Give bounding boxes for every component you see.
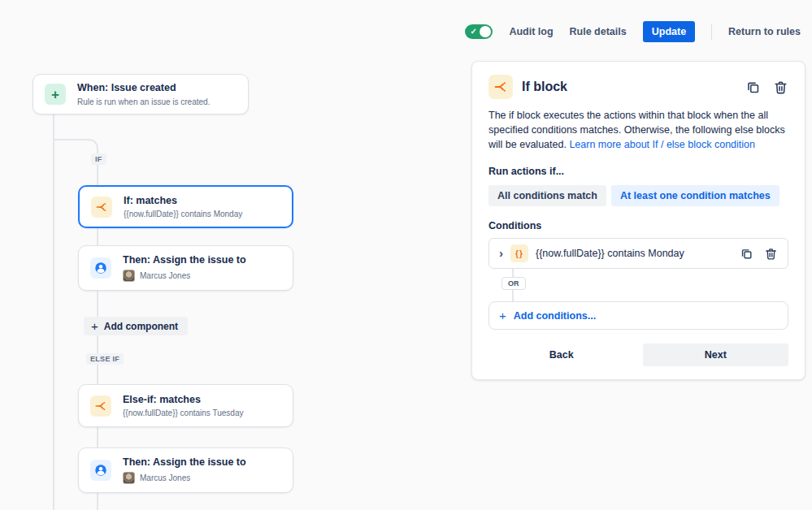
- branch-icon: [90, 395, 111, 417]
- add-conditions-button[interactable]: + Add conditions...: [489, 301, 788, 330]
- next-button[interactable]: Next: [643, 344, 789, 366]
- run-actions-label: Run actions if...: [489, 166, 788, 177]
- check-icon: ✓: [470, 27, 476, 37]
- toggle-knob: [480, 26, 491, 37]
- rule-enabled-toggle[interactable]: ✓: [465, 24, 493, 39]
- return-to-rules-button[interactable]: Return to rules: [728, 26, 801, 37]
- if-condition-card[interactable]: If: matches {{now.fullDate}} contains Mo…: [78, 185, 293, 228]
- all-conditions-match-option[interactable]: All conditions match: [489, 185, 606, 206]
- delete-condition-icon[interactable]: [764, 247, 778, 261]
- panel-description: The if block executes the actions within…: [489, 109, 788, 152]
- assignee-name: Marcus Jones: [140, 271, 190, 280]
- plus-icon: +: [499, 309, 506, 322]
- branch-icon: [91, 197, 112, 218]
- if-block-config-panel: If block The if block executes: [471, 61, 805, 380]
- assignee-icon: [90, 460, 111, 481]
- elseif-condition-card[interactable]: Else-if: matches {{now.fullDate}} contai…: [78, 384, 293, 427]
- if-card-subtitle: {{now.fullDate}} contains Monday: [124, 210, 242, 218]
- plus-icon: +: [91, 320, 98, 332]
- then-card-1-title: Then: Assign the issue to: [123, 254, 246, 267]
- branch-icon: [489, 75, 513, 99]
- then-action-card-2[interactable]: Then: Assign the issue to Marcus Jones: [78, 447, 293, 493]
- back-button[interactable]: Back: [489, 344, 635, 366]
- smart-value-icon: {}: [510, 244, 528, 262]
- chevron-right-icon[interactable]: ›: [499, 247, 503, 259]
- elseif-card-title: Else-if: matches: [123, 394, 243, 407]
- duplicate-block-icon[interactable]: [745, 80, 761, 95]
- add-component-label: Add component: [104, 321, 178, 332]
- avatar: [123, 472, 135, 484]
- match-mode-options: All conditions match At least one condit…: [489, 185, 788, 206]
- trigger-card-when-issue-created[interactable]: + When: Issue created Rule is run when a…: [33, 74, 249, 115]
- condition-or-connector: OR: [489, 269, 788, 301]
- condition-row[interactable]: › {} {{now.fullDate}} contains Monday: [489, 238, 788, 269]
- assignee-icon: [90, 257, 111, 279]
- then-action-card-1[interactable]: Then: Assign the issue to Marcus Jones: [78, 245, 293, 291]
- learn-more-link[interactable]: Learn more about If / else block conditi…: [569, 139, 755, 150]
- rule-details-button[interactable]: Rule details: [570, 26, 627, 37]
- any-condition-matches-option[interactable]: At least one condition matches: [611, 185, 779, 206]
- if-card-title: If: matches: [124, 195, 242, 208]
- automation-rule-builder: ✓ Audit log Rule details Update Return t…: [0, 0, 812, 510]
- trigger-title: When: Issue created: [77, 82, 210, 95]
- panel-footer: Back Next: [489, 344, 788, 366]
- audit-log-button[interactable]: Audit log: [509, 26, 553, 37]
- add-component-button[interactable]: + Add component: [84, 317, 188, 335]
- conditions-label: Conditions: [489, 220, 788, 231]
- or-badge: OR: [502, 277, 526, 290]
- elseif-card-subtitle: {{now.fullDate}} contains Tuesday: [123, 408, 243, 417]
- else-if-branch-badge: ELSE IF: [86, 353, 124, 365]
- assignee-name: Marcus Jones: [140, 473, 190, 482]
- panel-title: If block: [522, 80, 736, 94]
- duplicate-condition-icon[interactable]: [740, 247, 753, 261]
- then-card-2-title: Then: Assign the issue to: [123, 456, 246, 469]
- add-conditions-label: Add conditions...: [514, 310, 596, 322]
- update-button[interactable]: Update: [643, 21, 695, 42]
- plus-icon: +: [45, 84, 66, 105]
- if-branch-badge: IF: [91, 153, 106, 165]
- avatar: [123, 270, 135, 282]
- trigger-subtitle: Rule is run when an issue is created.: [77, 97, 210, 106]
- toolbar-divider: [711, 24, 712, 40]
- condition-text: {{now.fullDate}} contains Monday: [536, 248, 732, 259]
- top-toolbar: ✓ Audit log Rule details Update Return t…: [465, 21, 801, 42]
- delete-block-icon[interactable]: [773, 80, 788, 95]
